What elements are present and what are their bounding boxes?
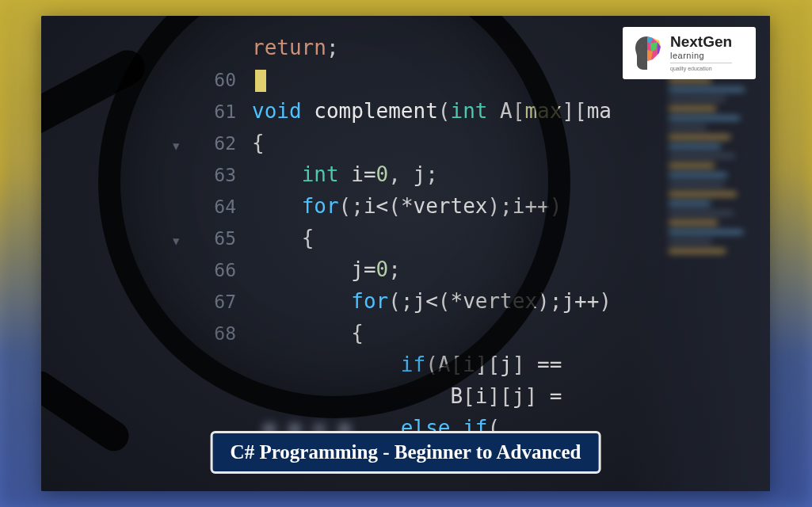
code-line: 68 { bbox=[200, 317, 612, 349]
code-line: if(A[i][j] == bbox=[200, 349, 612, 380]
code-line: 66 j=0; bbox=[200, 254, 612, 285]
code-editor-background: return;6061void complement(int A[max][ma… bbox=[41, 16, 770, 491]
brand-tagline: quality education bbox=[670, 63, 732, 72]
magnifier-handle-top bbox=[41, 44, 151, 150]
brain-icon bbox=[631, 34, 664, 72]
code-line: 61void complement(int A[max][ma bbox=[200, 95, 612, 127]
code-line: ▼62{ bbox=[200, 127, 612, 158]
course-title-bar: C# Programming - Beginner to Advanced bbox=[211, 431, 601, 474]
code-line: B[i][j] = bbox=[200, 380, 612, 412]
brand-subtitle: learning bbox=[670, 51, 732, 60]
code-line: 63 int i=0, j; bbox=[200, 158, 612, 190]
course-card: return;6061void complement(int A[max][ma… bbox=[41, 16, 770, 491]
code-line: 64 for(;i<(*vertex);i++) bbox=[200, 190, 612, 222]
brand-name: NextGen bbox=[670, 34, 732, 51]
code-line: return; bbox=[200, 32, 612, 63]
course-title: C# Programming - Beginner to Advanced bbox=[231, 441, 581, 463]
code-line: ▼65 { bbox=[200, 222, 612, 254]
code-content: return;6061void complement(int A[max][ma… bbox=[200, 32, 612, 444]
code-line: 60 bbox=[200, 63, 612, 95]
brand-logo: NextGen learning quality education bbox=[623, 27, 756, 79]
code-line: 67 for(;j<(*vertex);j++) bbox=[200, 285, 612, 317]
magnifier-handle-bottom bbox=[41, 365, 135, 456]
minimap bbox=[669, 63, 764, 428]
